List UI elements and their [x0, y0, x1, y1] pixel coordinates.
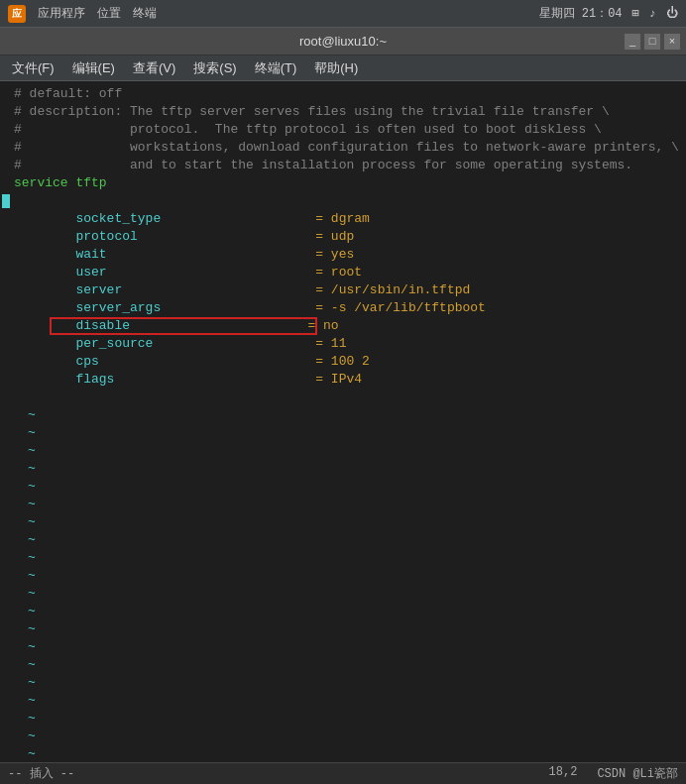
line-13: server_args = -s /var/lib/tftpboot — [0, 299, 686, 317]
clock: 星期四 21：04 — [539, 5, 623, 22]
status-info: CSDN @Li瓷部 — [597, 765, 678, 782]
tilde-16: ~ — [14, 674, 686, 692]
line-5: # and to start the installation process … — [0, 157, 686, 174]
tilde-19: ~ — [14, 728, 686, 745]
line-10: wait = yes — [0, 246, 686, 264]
line-content-10: wait = yes — [14, 246, 354, 264]
line-content-8: socket_type = dgram — [14, 210, 370, 228]
line-12: server = /usr/sbin/in.tftpd — [0, 281, 686, 299]
line-content-16: cps = 100 2 — [14, 353, 370, 371]
close-button[interactable]: × — [664, 34, 680, 50]
menu-view[interactable]: 查看(V) — [125, 57, 183, 79]
line-content-9: protocol = udp — [14, 228, 354, 246]
line-1: # default: off — [0, 85, 686, 103]
tilde-13: ~ — [14, 620, 686, 638]
system-bar-right: 星期四 21：04 ⊞ ♪ ⏻ — [539, 5, 678, 22]
line-content-15: per_source = 11 — [14, 335, 346, 353]
menu-position[interactable]: 位置 — [97, 5, 121, 22]
line-18 — [0, 389, 686, 406]
tilde-7: ~ — [14, 513, 686, 531]
tilde-4: ~ — [14, 460, 686, 478]
tilde-10: ~ — [14, 567, 686, 585]
window-controls[interactable]: _ □ × — [625, 34, 680, 50]
menu-terminal[interactable]: 终端 — [133, 5, 157, 22]
menu-file[interactable]: 文件(F) — [4, 57, 62, 79]
tilde-20: ~ — [14, 745, 686, 762]
line-content-3: # protocol. The tftp protocol is often u… — [14, 121, 602, 139]
tilde-11: ~ — [14, 585, 686, 603]
cursor-indicator — [2, 194, 10, 208]
line-content-11: user = root — [14, 264, 362, 281]
line-content-2: # description: The tftp server serves fi… — [14, 103, 610, 121]
line-14-highlighted: disable = no — [0, 317, 686, 335]
line-2: # description: The tftp server serves fi… — [0, 103, 686, 121]
window-title: root@liuxu10:~ — [299, 34, 387, 49]
tilde-17: ~ — [14, 692, 686, 710]
insert-mode-label: -- 插入 -- — [8, 765, 74, 782]
cursor-position: 18,2 — [549, 765, 578, 782]
power-icon: ⏻ — [666, 6, 678, 21]
app-icon: 应 — [8, 5, 26, 23]
line-content-13: server_args = -s /var/lib/tftpboot — [14, 299, 486, 317]
tilde-section: ~ ~ ~ ~ ~ ~ ~ ~ ~ ~ ~ ~ ~ ~ ~ ~ ~ ~ ~ ~ … — [0, 406, 686, 762]
line-15: per_source = 11 — [0, 335, 686, 353]
line-content-4: # workstations, download configuration f… — [14, 139, 679, 157]
line-17: flags = IPv4 — [0, 371, 686, 389]
line-content-1: # default: off — [14, 85, 122, 103]
minimize-button[interactable]: _ — [625, 34, 640, 50]
terminal-window: root@liuxu10:~ _ □ × 文件(F) 编辑(E) 查看(V) 搜… — [0, 28, 686, 784]
tilde-2: ~ — [14, 424, 686, 442]
network-icon: ⊞ — [632, 6, 639, 21]
line-11: user = root — [0, 264, 686, 281]
menu-bar: 文件(F) 编辑(E) 查看(V) 搜索(S) 终端(T) 帮助(H) — [0, 56, 686, 81]
title-bar: root@liuxu10:~ _ □ × — [0, 28, 686, 56]
tilde-1: ~ — [14, 406, 686, 424]
menu-search[interactable]: 搜索(S) — [185, 57, 244, 79]
menu-edit[interactable]: 编辑(E) — [64, 57, 123, 79]
line-3: # protocol. The tftp protocol is often u… — [0, 121, 686, 139]
tilde-3: ~ — [14, 442, 686, 460]
tilde-6: ~ — [14, 496, 686, 513]
status-right: 18,2 CSDN @Li瓷部 — [549, 765, 678, 782]
menu-apps[interactable]: 应用程序 — [38, 5, 85, 22]
tilde-12: ~ — [14, 603, 686, 620]
tilde-5: ~ — [14, 478, 686, 496]
line-content-12: server = /usr/sbin/in.tftpd — [14, 281, 470, 299]
menu-terminal[interactable]: 终端(T) — [247, 57, 305, 79]
tilde-15: ~ — [14, 656, 686, 674]
tilde-9: ~ — [14, 549, 686, 567]
system-bar-left: 应 应用程序 位置 终端 — [8, 5, 157, 23]
tilde-14: ~ — [14, 638, 686, 656]
line-content-14: disable = no — [14, 317, 339, 335]
line-content-6: service tftp — [14, 174, 107, 192]
line-content-17: flags = IPv4 — [14, 371, 362, 389]
line-9: protocol = udp — [0, 228, 686, 246]
line-16: cps = 100 2 — [0, 353, 686, 371]
line-7 — [0, 192, 686, 210]
tilde-18: ~ — [14, 710, 686, 728]
menu-help[interactable]: 帮助(H) — [306, 57, 366, 79]
status-bar: -- 插入 -- 18,2 CSDN @Li瓷部 — [0, 762, 686, 784]
volume-icon: ♪ — [649, 7, 656, 21]
line-4: # workstations, download configuration f… — [0, 139, 686, 157]
line-8: socket_type = dgram — [0, 210, 686, 228]
line-6: service tftp — [0, 174, 686, 192]
line-content-5: # and to start the installation process … — [14, 157, 632, 174]
tilde-8: ~ — [14, 531, 686, 549]
maximize-button[interactable]: □ — [644, 34, 660, 50]
system-bar: 应 应用程序 位置 终端 星期四 21：04 ⊞ ♪ ⏻ — [0, 0, 686, 28]
editor-content[interactable]: # default: off # description: The tftp s… — [0, 81, 686, 762]
line-content-7 — [14, 192, 30, 210]
